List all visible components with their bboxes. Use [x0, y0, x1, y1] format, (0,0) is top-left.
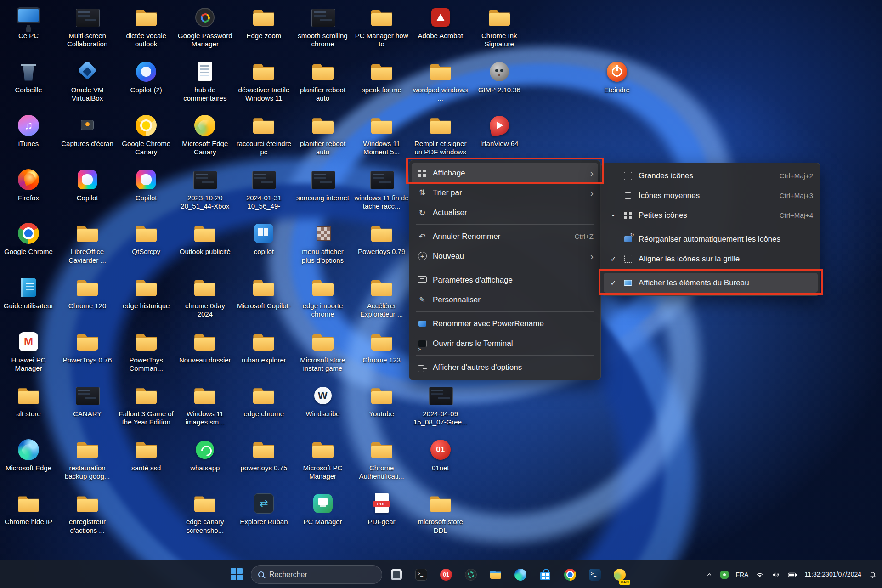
desktop-icon[interactable]: whatsapp	[177, 437, 232, 472]
tray-chevron-up-icon[interactable]	[705, 571, 713, 579]
desktop-icon[interactable]: alt store	[1, 383, 56, 418]
start-button[interactable]	[226, 564, 247, 586]
desktop-icon[interactable]: Remplir et signer un PDF windows	[413, 113, 468, 157]
wifi-icon[interactable]	[755, 570, 764, 579]
desktop-icon[interactable]: wordpad windows ...	[413, 59, 468, 103]
settings-icon[interactable]	[460, 564, 481, 586]
desktop-icon[interactable]: planifier reboot auto	[295, 113, 351, 157]
battery-icon[interactable]	[787, 570, 797, 580]
desktop-icon[interactable]: Firefox	[1, 167, 56, 202]
search-input[interactable]: Rechercher	[251, 565, 382, 584]
desktop-icon[interactable]: 2024-01-31 10_56_49-	[236, 167, 291, 211]
desktop-icon[interactable]: Captures d'écran	[60, 113, 115, 148]
desktop-icon[interactable]: Google Password Manager	[177, 5, 232, 49]
submenu-item[interactable]: • Petites icônes Ctrl+Maj+4	[604, 205, 818, 225]
desktop-icon[interactable]: copilot	[236, 220, 291, 256]
context-menu-item[interactable]: Nouveau ›	[412, 246, 598, 266]
desktop-icon[interactable]: Edge zoom	[236, 5, 291, 40]
desktop-icon[interactable]: smooth scrolling chrome	[295, 5, 351, 49]
desktop-icon[interactable]: Ce PC	[1, 5, 56, 40]
desktop-icon[interactable]: Chrome 123	[354, 329, 409, 364]
01net-icon[interactable]	[435, 564, 457, 586]
desktop-icon[interactable]: Microsoft Copilot-	[236, 275, 291, 310]
desktop-icon[interactable]: Chrome 120	[60, 275, 115, 310]
desktop-icon[interactable]: PC Manager how to	[354, 5, 409, 49]
desktop-icon[interactable]: Multi-screen Collaboration	[60, 5, 115, 49]
desktop-icon[interactable]: PC Manager	[295, 491, 351, 526]
powershell-icon[interactable]	[584, 564, 605, 586]
desktop-icon[interactable]: Oracle VM VirtualBox	[60, 59, 115, 103]
context-menu-item[interactable]: Renommer avec PowerRename	[412, 314, 598, 334]
desktop-icon[interactable]: dictée vocale outlook	[119, 5, 174, 49]
chrome-icon[interactable]	[560, 564, 581, 586]
desktop-icon[interactable]: PDFgear	[354, 491, 409, 526]
desktop-icon[interactable]: Windows 11 images sm...	[177, 383, 232, 427]
desktop-icon[interactable]: CANARY	[60, 383, 115, 418]
context-menu-item[interactable]: Affichage ›	[412, 163, 598, 183]
desktop-icon[interactable]: GIMP 2.10.36	[472, 59, 527, 94]
desktop-icon[interactable]: santé ssd	[119, 437, 174, 472]
desktop-icon[interactable]: Eteindre	[589, 59, 645, 94]
desktop-icon[interactable]: hub de commentaires	[177, 59, 232, 103]
desktop-icon[interactable]: Google Chrome	[1, 220, 56, 256]
desktop-icon[interactable]: Copilot	[60, 167, 115, 202]
desktop-icon[interactable]: planifier reboot auto	[295, 59, 351, 103]
notifications-bell-icon[interactable]	[868, 570, 877, 579]
language-indicator[interactable]: FRA	[735, 571, 748, 578]
clock[interactable]: 11:32:23 01/07/2024	[804, 570, 861, 579]
desktop-icon[interactable]: ruban explorer	[236, 329, 291, 364]
context-menu-item[interactable]: Annuler Renommer Ctrl+Z	[412, 226, 598, 246]
desktop-icon[interactable]: Nouveau dossier	[177, 329, 232, 364]
submenu-item[interactable]: Réorganiser automatiquement les icônes	[604, 229, 818, 249]
submenu-item[interactable]: ✓ Afficher les éléments du Bureau	[604, 273, 818, 293]
file-explorer-icon[interactable]	[485, 564, 506, 586]
desktop-icon[interactable]: Corbeille	[1, 59, 56, 94]
desktop-icon[interactable]: microsoft store DDL	[413, 491, 468, 535]
window-app-icon[interactable]	[386, 564, 407, 586]
submenu-item[interactable]: Icônes moyennes Ctrl+Maj+3	[604, 186, 818, 205]
desktop-icon[interactable]: Google Chrome Canary	[119, 113, 174, 157]
desktop-icon[interactable]: Microsoft store instant game	[295, 329, 351, 373]
desktop-icon[interactable]: désactiver tactile Windows 11	[236, 59, 291, 103]
desktop-icon[interactable]: samsung internet	[295, 167, 351, 202]
desktop-icon[interactable]: Copilot (2)	[119, 59, 174, 94]
desktop-icon[interactable]: Powertoys 0.79	[354, 220, 409, 256]
desktop-icon[interactable]: Accélérer Explorateur ...	[354, 275, 409, 319]
desktop-icon[interactable]: PowerToys Comman...	[119, 329, 174, 373]
desktop-icon[interactable]: Chrome Authentificati...	[354, 437, 409, 481]
desktop-icon[interactable]: Guide utilisateur	[1, 275, 56, 310]
context-menu-item[interactable]: Trier par ›	[412, 183, 598, 203]
desktop-icon[interactable]: Adobe Acrobat	[413, 5, 468, 40]
desktop-icon[interactable]: 2024-04-09 15_08_07-Gree...	[413, 383, 468, 427]
volume-icon[interactable]	[771, 570, 780, 579]
submenu-item[interactable]: Grandes icônes Ctrl+Maj+2	[604, 166, 818, 186]
desktop-icon[interactable]: Outlook publicité	[177, 220, 232, 256]
desktop-icon[interactable]: menu afficher plus d'options	[295, 220, 351, 265]
terminal-icon[interactable]	[411, 564, 432, 586]
desktop-icon[interactable]: Windows 11 Moment 5...	[354, 113, 409, 157]
desktop-icon[interactable]: edge canary screensho...	[177, 491, 232, 535]
desktop-icon[interactable]: Copilot	[119, 167, 174, 202]
desktop-icon[interactable]: enregistreur d'actions ...	[60, 491, 115, 535]
desktop-icon[interactable]: iTunes	[1, 113, 56, 148]
desktop-icon[interactable]: Microsoft PC Manager	[295, 437, 351, 481]
desktop-icon[interactable]: speak for me	[354, 59, 409, 94]
desktop-icon[interactable]: restauration backup goog...	[60, 437, 115, 481]
desktop-icon[interactable]: Youtube	[354, 383, 409, 418]
desktop-icon[interactable]: edge importe chrome	[295, 275, 351, 319]
desktop-icon[interactable]: windows 11 fin de tache racc...	[354, 167, 409, 211]
desktop-icon[interactable]: Chrome hide IP	[1, 491, 56, 526]
desktop-icon[interactable]: Explorer Ruban	[236, 491, 291, 526]
desktop-icon[interactable]: edge chrome	[236, 383, 291, 418]
desktop-icon[interactable]: 01net	[413, 437, 468, 472]
desktop-icon[interactable]: Microsoft Edge	[1, 437, 56, 472]
desktop-icon[interactable]: raccourci éteindre pc	[236, 113, 291, 157]
context-menu-item[interactable]: Paramètres d'affichage	[412, 270, 598, 290]
tray-app-icon[interactable]	[720, 571, 729, 579]
desktop-icon[interactable]: LibreOffice Caviarder ...	[60, 220, 115, 265]
desktop-icon[interactable]: Microsoft Edge Canary	[177, 113, 232, 157]
desktop-icon[interactable]: IrfanView 64	[472, 113, 527, 148]
desktop-icon[interactable]: edge historique	[119, 275, 174, 310]
context-menu-item[interactable]: Personnaliser	[412, 290, 598, 310]
desktop-icon[interactable]: Fallout 3 Game of the Year Edition	[119, 383, 174, 427]
